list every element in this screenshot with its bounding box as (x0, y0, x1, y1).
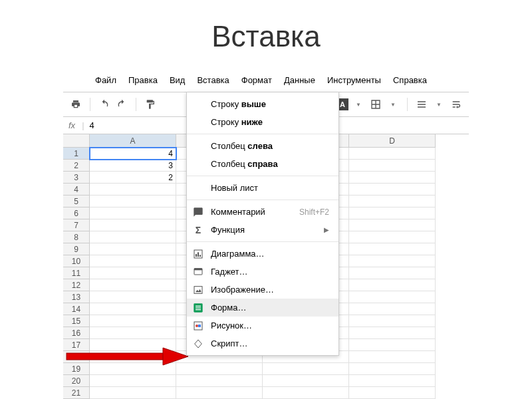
print-icon[interactable] (68, 97, 83, 112)
dropdown-item-3[interactable]: Столбец слева (187, 137, 338, 155)
cell[interactable] (90, 279, 176, 291)
comment-icon (192, 206, 204, 218)
menu-данные[interactable]: Данные (279, 72, 321, 88)
dropdown-item-15[interactable]: Рисунок… (187, 317, 338, 334)
row-header[interactable]: 5 (63, 196, 90, 207)
insert-dropdown[interactable]: Строку вышеСтроку нижеСтолбец слеваСтолб… (186, 92, 339, 356)
column-header[interactable]: D (349, 134, 436, 148)
cell[interactable] (349, 267, 436, 279)
cell[interactable] (349, 387, 436, 399)
undo-icon[interactable] (97, 97, 112, 112)
dropdown-item-14[interactable]: Форма… (187, 299, 338, 317)
cell[interactable]: 2 (90, 172, 176, 184)
cell[interactable] (349, 255, 436, 267)
dropdown-item-label: Столбец слева (211, 141, 273, 151)
menu-инструменты[interactable]: Инструменты (322, 72, 386, 88)
cell[interactable] (349, 184, 436, 196)
cell[interactable] (90, 243, 176, 255)
menu-файл[interactable]: Файл (90, 72, 122, 88)
cell[interactable] (90, 291, 176, 303)
row-header[interactable]: 9 (63, 243, 90, 255)
menu-вид[interactable]: Вид (164, 72, 191, 88)
row-header[interactable]: 16 (63, 327, 90, 339)
row-header[interactable]: 11 (63, 267, 90, 279)
row-header[interactable]: 4 (63, 184, 90, 196)
wrap-icon[interactable] (449, 97, 464, 112)
cell[interactable] (349, 219, 436, 231)
cell[interactable] (349, 172, 436, 184)
cell[interactable] (90, 315, 176, 327)
cell[interactable] (90, 375, 176, 387)
select-all-corner[interactable] (63, 134, 90, 148)
cell[interactable] (176, 387, 263, 399)
cell[interactable] (349, 148, 436, 160)
cell[interactable] (263, 363, 349, 375)
cell[interactable] (349, 160, 436, 172)
redo-icon[interactable] (114, 97, 129, 112)
cell[interactable] (90, 219, 176, 231)
menu-правка[interactable]: Правка (123, 72, 163, 88)
cell[interactable] (349, 351, 436, 363)
cell[interactable] (90, 327, 176, 339)
cell[interactable] (349, 291, 436, 303)
row-header[interactable]: 20 (63, 375, 90, 387)
dropdown-item-13[interactable]: Изображение… (187, 281, 338, 299)
cell[interactable] (349, 303, 436, 315)
row-header[interactable]: 7 (63, 219, 90, 231)
cell[interactable] (90, 387, 176, 399)
cell[interactable] (349, 279, 436, 291)
row-header[interactable]: 6 (63, 207, 90, 219)
cell[interactable] (176, 375, 263, 387)
cell[interactable] (263, 375, 349, 387)
menu-формат[interactable]: Формат (236, 72, 277, 88)
row-header[interactable]: 8 (63, 231, 90, 243)
cell[interactable] (90, 196, 176, 207)
cell[interactable] (349, 339, 436, 351)
cell[interactable] (349, 327, 436, 339)
align-icon[interactable] (414, 97, 429, 112)
cell[interactable] (90, 255, 176, 267)
cell[interactable] (349, 363, 436, 375)
cell[interactable] (349, 207, 436, 219)
dropdown-item-8[interactable]: КомментарийShift+F2 (187, 203, 338, 221)
cell[interactable] (90, 267, 176, 279)
row-header[interactable]: 2 (63, 160, 90, 172)
borders-icon[interactable] (368, 97, 383, 112)
cell[interactable] (263, 387, 349, 399)
cell[interactable] (349, 315, 436, 327)
menu-справка[interactable]: Справка (388, 72, 432, 88)
cell[interactable] (90, 184, 176, 196)
blank-icon (192, 182, 204, 194)
row-header[interactable]: 1 (63, 148, 90, 160)
cell[interactable] (90, 303, 176, 315)
cell[interactable] (349, 231, 436, 243)
cell[interactable] (349, 243, 436, 255)
paint-format-icon[interactable] (143, 97, 158, 112)
row-header[interactable]: 13 (63, 291, 90, 303)
cell[interactable]: 4 (90, 148, 176, 160)
row-header[interactable]: 15 (63, 315, 90, 327)
cell[interactable] (349, 196, 436, 207)
menu-вставка[interactable]: Вставка (192, 72, 234, 88)
toolbar-separator (407, 98, 408, 111)
dropdown-item-16[interactable]: Скрипт… (187, 334, 338, 352)
dropdown-item-9[interactable]: ΣФункция▶ (187, 221, 338, 239)
row-header[interactable]: 21 (63, 387, 90, 399)
row-header[interactable]: 12 (63, 279, 90, 291)
dropdown-item-1[interactable]: Строку ниже (187, 113, 338, 131)
dropdown-item-11[interactable]: Диаграмма… (187, 245, 338, 263)
dropdown-item-6[interactable]: Новый лист (187, 179, 338, 197)
row-header[interactable]: 3 (63, 172, 90, 184)
dropdown-item-0[interactable]: Строку выше (187, 95, 338, 113)
cell[interactable] (90, 207, 176, 219)
dropdown-item-12[interactable]: Гаджет… (187, 263, 338, 281)
cell[interactable] (349, 375, 436, 387)
column-header[interactable]: A (90, 134, 176, 148)
cell[interactable]: 3 (90, 160, 176, 172)
row-header[interactable]: 10 (63, 255, 90, 267)
row-header[interactable]: 14 (63, 303, 90, 315)
dropdown-item-label: Строку выше (211, 99, 266, 109)
cell[interactable] (90, 231, 176, 243)
svg-rect-16 (66, 353, 166, 360)
dropdown-item-4[interactable]: Столбец справа (187, 155, 338, 173)
